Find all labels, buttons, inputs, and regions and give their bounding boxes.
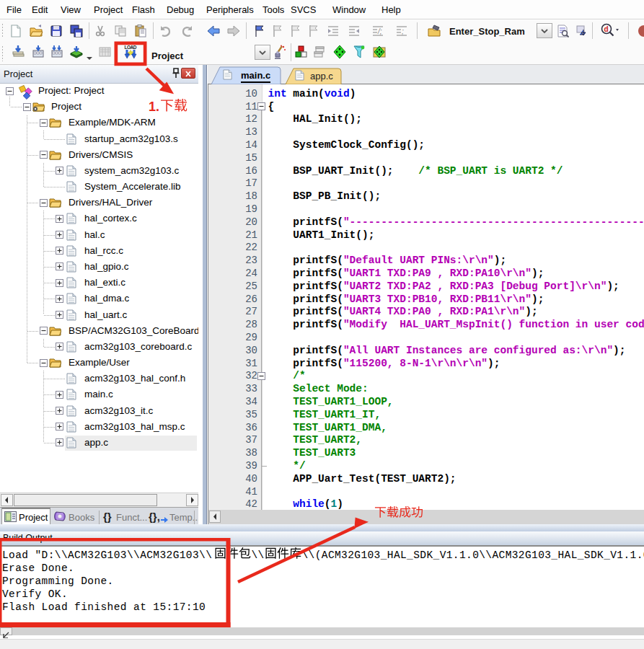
- svg-text:;: ;: [402, 27, 404, 35]
- svg-text:LOAD: LOAD: [125, 45, 137, 50]
- svg-text:d: d: [604, 25, 609, 33]
- svg-text:/;: /;: [377, 27, 382, 35]
